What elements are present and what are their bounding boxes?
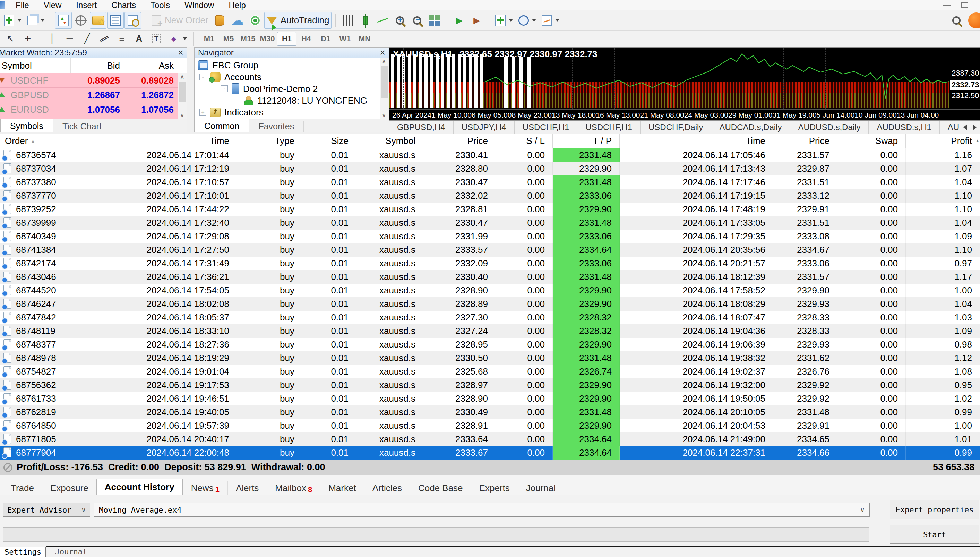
- table-row[interactable]: 687617332024.06.14 19:46:51buy0.01xauusd…: [0, 392, 980, 406]
- timeframe-h1[interactable]: H1: [277, 32, 296, 46]
- templates-button[interactable]: [539, 12, 562, 29]
- table-row[interactable]: 687718052024.06.14 20:40:17buy0.01xauusd…: [0, 433, 980, 446]
- zoom-in-button[interactable]: [392, 12, 408, 29]
- tree-item[interactable]: 11212048: LU YONGFENG: [195, 95, 380, 106]
- chart-tab[interactable]: GBPUSD,H4: [389, 121, 454, 134]
- table-row[interactable]: 687421742024.06.14 17:31:49buy0.01xauusd…: [0, 257, 980, 270]
- candlestick-chart-button[interactable]: [357, 12, 373, 29]
- zoom-out-button[interactable]: [409, 12, 425, 29]
- timeframe-m15[interactable]: M15: [238, 32, 258, 46]
- channel-button[interactable]: [96, 32, 113, 46]
- tab-market[interactable]: Market: [320, 481, 364, 495]
- chart-tab[interactable]: USDCHF,H1: [577, 121, 640, 134]
- tab-news[interactable]: News1: [183, 481, 228, 495]
- expert-advisor-combo[interactable]: Moving Average.ex4 ∨: [94, 503, 870, 517]
- tree-item[interactable]: EBC Group: [195, 59, 380, 71]
- arrows-button[interactable]: [165, 32, 189, 46]
- mql5-community-button[interactable]: [212, 12, 228, 29]
- strategy-tester-button[interactable]: [124, 12, 141, 29]
- chart-tab[interactable]: AUDUSD.s,H1: [869, 121, 939, 134]
- tab-alerts[interactable]: Alerts: [228, 481, 267, 495]
- tree-item[interactable]: -Accounts: [195, 71, 380, 83]
- table-row[interactable]: 687548272024.06.14 19:01:04buy0.01xauusd…: [0, 365, 980, 378]
- tab-mailbox[interactable]: Mailbox8: [267, 481, 320, 495]
- autotrading-button[interactable]: AutoTrading: [264, 12, 332, 29]
- table-row[interactable]: 687392522024.06.14 17:44:22buy0.01xauusd…: [0, 202, 980, 216]
- new-chart-button[interactable]: [2, 12, 24, 29]
- search-button[interactable]: [948, 12, 965, 29]
- column-header-size[interactable]: Size: [303, 134, 357, 148]
- column-header-price[interactable]: Price: [773, 134, 837, 148]
- table-row[interactable]: 687462472024.06.14 18:02:08buy0.01xauusd…: [0, 297, 980, 311]
- new-order-button[interactable]: New Order: [149, 12, 211, 29]
- tile-windows-button[interactable]: [426, 12, 443, 29]
- chart-tab[interactable]: USDCHF,H1: [514, 121, 578, 134]
- line-chart-button[interactable]: [374, 12, 391, 29]
- tab-journal[interactable]: Journal: [518, 481, 563, 495]
- timeframe-m5[interactable]: M5: [219, 32, 238, 46]
- tab-journal[interactable]: Journal: [49, 547, 94, 557]
- window-maximize-button[interactable]: [961, 2, 968, 8]
- table-row[interactable]: 687413842024.06.14 17:27:50buy0.01xauusd…: [0, 243, 980, 257]
- table-row[interactable]: 687628192024.06.14 19:40:05buy0.01xauusd…: [0, 406, 980, 419]
- scroll-right-icon[interactable]: [973, 124, 977, 130]
- navigator-button[interactable]: [90, 12, 106, 29]
- chart-tab[interactable]: AUDUSD.s,Daily: [790, 121, 869, 134]
- tab-account-history[interactable]: Account History: [96, 479, 183, 495]
- menu-item-file[interactable]: File: [8, 0, 36, 10]
- tab-settings[interactable]: Settings: [0, 547, 46, 557]
- crosshair-button[interactable]: [20, 32, 36, 46]
- timeframe-h4[interactable]: H4: [296, 32, 316, 46]
- table-row[interactable]: 687373802024.06.14 17:10:57buy0.01xauusd…: [0, 176, 980, 189]
- table-row[interactable]: 687648502024.06.14 19:57:39buy0.01xauusd…: [0, 419, 980, 433]
- table-row[interactable]: 687563622024.06.14 19:17:53buy0.01xauusd…: [0, 378, 980, 392]
- cursor-button[interactable]: [2, 32, 19, 46]
- table-row[interactable]: 687478422024.06.14 18:05:37buy0.01xauusd…: [0, 311, 980, 324]
- column-header-order[interactable]: Order: [0, 134, 88, 148]
- tree-item[interactable]: +Indicators: [195, 106, 380, 118]
- expert-properties-button[interactable]: Expert properties: [890, 500, 979, 519]
- column-header-tp[interactable]: T / P: [553, 134, 620, 148]
- menu-item-tools[interactable]: Tools: [143, 0, 177, 10]
- table-row[interactable]: 687370342024.06.14 17:12:19buy0.01xauusd…: [0, 162, 980, 176]
- close-icon[interactable]: ×: [380, 48, 385, 57]
- horizontal-line-button[interactable]: [61, 32, 78, 46]
- chart-tab[interactable]: USDJPY,H4: [454, 121, 514, 134]
- tab-common[interactable]: Common: [195, 119, 249, 132]
- chart-tab[interactable]: AUD: [940, 121, 960, 134]
- tab-code-base[interactable]: Code Base: [410, 481, 471, 495]
- menu-item-view[interactable]: View: [36, 0, 69, 10]
- terminal-button[interactable]: [107, 12, 124, 29]
- table-row[interactable]: 687377702024.06.14 17:10:01buy0.01xauusd…: [0, 189, 980, 202]
- column-header-swap[interactable]: Swap: [837, 134, 906, 148]
- tab-tick-chart[interactable]: Tick Chart: [53, 121, 111, 132]
- scrollbar-thumb[interactable]: [381, 66, 388, 98]
- tree-expander[interactable]: -: [221, 85, 228, 92]
- table-row[interactable]: 687399992024.06.14 17:32:40buy0.01xauusd…: [0, 216, 980, 230]
- vertical-line-button[interactable]: [44, 32, 61, 46]
- tab-exposure[interactable]: Exposure: [42, 481, 96, 495]
- table-row[interactable]: 687365742024.06.14 17:01:44buy0.01xauusd…: [0, 148, 980, 162]
- chart-tab[interactable]: USDCHF,Daily: [640, 121, 711, 134]
- auto-scroll-button[interactable]: [451, 12, 467, 29]
- fibonacci-button[interactable]: [113, 32, 130, 46]
- tree-expander[interactable]: +: [199, 109, 206, 116]
- start-button[interactable]: Start: [890, 525, 979, 544]
- timeframe-mn[interactable]: MN: [355, 32, 374, 46]
- tab-symbols[interactable]: Symbols: [0, 119, 53, 132]
- indicators-button[interactable]: [493, 12, 515, 29]
- timeframe-w1[interactable]: W1: [335, 32, 355, 46]
- menu-item-charts[interactable]: Charts: [104, 0, 143, 10]
- chart-plot[interactable]: XAUUSD.s,H1 2332.65 2332.97 2330.97 2332…: [389, 47, 949, 109]
- market-watch-scrollbar[interactable]: [178, 73, 187, 119]
- navigator-scrollbar[interactable]: [380, 58, 389, 119]
- table-row[interactable]: 687489782024.06.14 18:19:29buy0.01xauusd…: [0, 351, 980, 365]
- data-window-button[interactable]: [72, 12, 89, 29]
- bar-chart-button[interactable]: [340, 12, 356, 29]
- tab-experts[interactable]: Experts: [471, 481, 518, 495]
- tree-item[interactable]: -DooPrime-Demo 2: [195, 83, 380, 95]
- table-row[interactable]: 687430462024.06.14 17:36:21buy0.01xauusd…: [0, 270, 980, 284]
- text-label-button[interactable]: [148, 32, 165, 46]
- periods-button[interactable]: [516, 12, 539, 29]
- column-header-type[interactable]: Type: [237, 134, 303, 148]
